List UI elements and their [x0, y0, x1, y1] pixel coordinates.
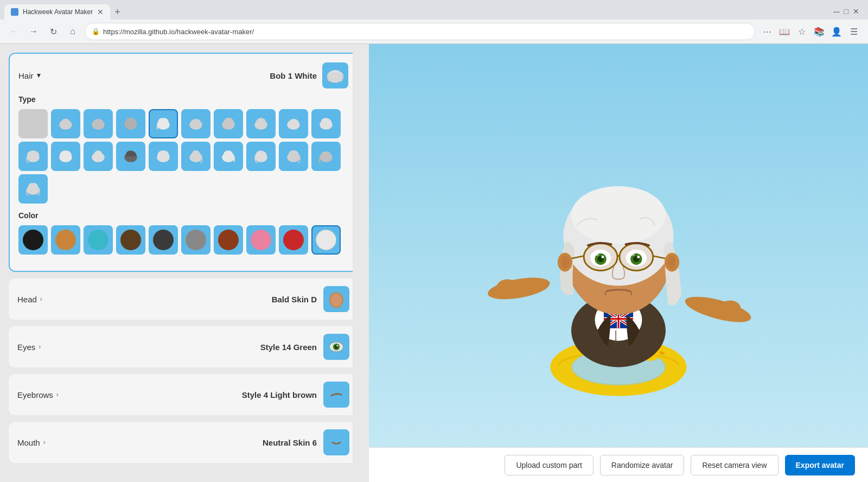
color-red[interactable] — [279, 225, 308, 255]
minimize-btn[interactable]: ─ — [833, 7, 839, 17]
head-label: Head › — [17, 295, 272, 304]
color-auburn[interactable] — [214, 225, 243, 255]
color-charcoal-swatch — [153, 230, 174, 250]
close-btn[interactable]: ✕ — [853, 7, 859, 17]
hair-text: Hair — [18, 71, 34, 80]
color-brown-swatch — [55, 230, 76, 250]
color-charcoal[interactable] — [149, 225, 178, 255]
color-white-swatch — [316, 230, 336, 250]
eyes-text: Eyes — [17, 343, 35, 352]
eyes-preview — [323, 334, 349, 360]
extensions-btn[interactable]: ⋯ — [760, 24, 775, 39]
active-tab[interactable]: Hackweek Avatar Maker ✕ — [4, 4, 110, 20]
eyebrows-preview — [323, 382, 349, 408]
hair-type-18[interactable] — [279, 142, 308, 171]
reader-btn[interactable]: 📖 — [777, 24, 792, 39]
hair-section-header: Hair ▼ Bob 1 White — [18, 62, 348, 88]
upload-custom-part-button[interactable]: Upload custom part — [505, 455, 593, 475]
eyes-chevron-icon: › — [39, 343, 41, 351]
left-panel: Hair ▼ Bob 1 White — [0, 44, 369, 478]
head-text: Head — [17, 295, 37, 304]
svg-point-29 — [682, 291, 753, 327]
hair-type-5[interactable] — [181, 109, 210, 138]
hair-type-11[interactable] — [51, 142, 80, 171]
hair-type-1[interactable] — [51, 109, 80, 138]
export-avatar-button[interactable]: Export avatar — [785, 455, 855, 475]
hair-type-none[interactable] — [18, 109, 48, 138]
color-black[interactable] — [18, 225, 48, 255]
color-darkbrown[interactable] — [116, 225, 145, 255]
hair-type-17[interactable] — [246, 142, 276, 171]
hair-chevron-icon: ▼ — [36, 72, 42, 79]
color-gray[interactable] — [181, 225, 210, 255]
color-brown[interactable] — [51, 225, 80, 255]
mouth-label: Mouth › — [17, 438, 263, 447]
browser-chrome: Hackweek Avatar Maker ✕ + ─ □ ✕ ← → ↻ ⌂ … — [0, 0, 868, 44]
new-tab-button[interactable]: + — [110, 7, 125, 18]
hair-type-16[interactable] — [214, 142, 243, 171]
avatar-panel — [369, 44, 868, 482]
tab-bar: Hackweek Avatar Maker ✕ + ─ □ ✕ — [0, 0, 868, 20]
eyebrows-label: Eyebrows › — [17, 390, 242, 399]
color-black-swatch — [23, 230, 43, 250]
hair-type-4[interactable] — [149, 109, 178, 138]
hair-type-7[interactable] — [246, 109, 276, 138]
hair-type-19[interactable] — [311, 142, 341, 171]
color-label: Color — [18, 211, 348, 220]
svg-point-22 — [330, 293, 342, 307]
hair-type-20[interactable] — [18, 174, 48, 204]
mouth-chevron-icon: › — [43, 439, 46, 446]
maximize-btn[interactable]: □ — [844, 7, 848, 17]
color-auburn-swatch — [218, 230, 239, 250]
color-pink[interactable] — [246, 225, 276, 255]
head-section[interactable]: Head › Bald Skin D — [9, 278, 358, 320]
color-gray-swatch — [186, 230, 206, 250]
hair-label[interactable]: Hair ▼ — [18, 71, 42, 80]
color-white[interactable] — [311, 225, 341, 255]
sync-btn[interactable]: 👤 — [829, 24, 844, 39]
svg-point-63 — [602, 256, 604, 258]
mouth-text: Mouth — [17, 438, 40, 447]
svg-point-20 — [27, 185, 39, 195]
refresh-button[interactable]: ↻ — [46, 24, 61, 39]
hair-value: Bob 1 White — [270, 71, 317, 80]
svg-point-26 — [336, 345, 338, 347]
hair-type-9[interactable] — [311, 109, 341, 138]
hair-type-6[interactable] — [214, 109, 243, 138]
eyes-label: Eyes › — [17, 343, 260, 352]
svg-point-69 — [631, 254, 635, 256]
svg-point-52 — [571, 186, 666, 244]
library-btn[interactable]: 📚 — [812, 24, 827, 39]
forward-button[interactable]: → — [26, 24, 41, 39]
home-button[interactable]: ⌂ — [65, 24, 80, 39]
address-bar[interactable]: 🔒 https://mozilla.github.io/hackweek-ava… — [85, 23, 755, 40]
hair-type-15[interactable] — [181, 142, 210, 171]
back-button[interactable]: ← — [7, 24, 22, 39]
color-pink-swatch — [251, 230, 271, 250]
hair-type-10[interactable] — [18, 142, 48, 171]
hair-type-2[interactable] — [84, 109, 113, 138]
eyebrows-value: Style 4 Light brown — [242, 390, 317, 399]
toolbar-right: ⋯ 📖 ☆ 📚 👤 ☰ — [760, 24, 861, 39]
mouth-value: Neutral Skin 6 — [263, 438, 317, 447]
hair-type-8[interactable] — [279, 109, 308, 138]
eyebrows-section[interactable]: Eyebrows › Style 4 Light brown — [9, 374, 358, 415]
main-layout: Hair ▼ Bob 1 White — [0, 44, 868, 482]
browser-toolbar: ← → ↻ ⌂ 🔒 https://mozilla.github.io/hack… — [0, 20, 868, 43]
hair-type-14[interactable] — [149, 142, 178, 171]
eyes-section[interactable]: Eyes › Style 14 Green — [9, 326, 358, 367]
menu-btn[interactable]: ☰ — [846, 24, 861, 39]
reset-camera-view-button[interactable]: Reset camera view — [691, 455, 778, 475]
mouth-section[interactable]: Mouth › Neutral Skin 6 — [9, 422, 358, 463]
randomize-avatar-button[interactable]: Randomize avatar — [600, 455, 685, 475]
hair-section: Hair ▼ Bob 1 White — [9, 53, 358, 272]
head-chevron-icon: › — [40, 295, 42, 303]
hair-type-grid — [18, 109, 348, 204]
tab-close-btn[interactable]: ✕ — [97, 8, 104, 16]
color-teal[interactable] — [84, 225, 113, 255]
bookmark-btn[interactable]: ☆ — [794, 24, 809, 39]
svg-point-68 — [637, 256, 640, 258]
hair-type-12[interactable] — [84, 142, 113, 171]
hair-type-3[interactable] — [116, 109, 145, 138]
hair-type-13[interactable] — [116, 142, 145, 171]
